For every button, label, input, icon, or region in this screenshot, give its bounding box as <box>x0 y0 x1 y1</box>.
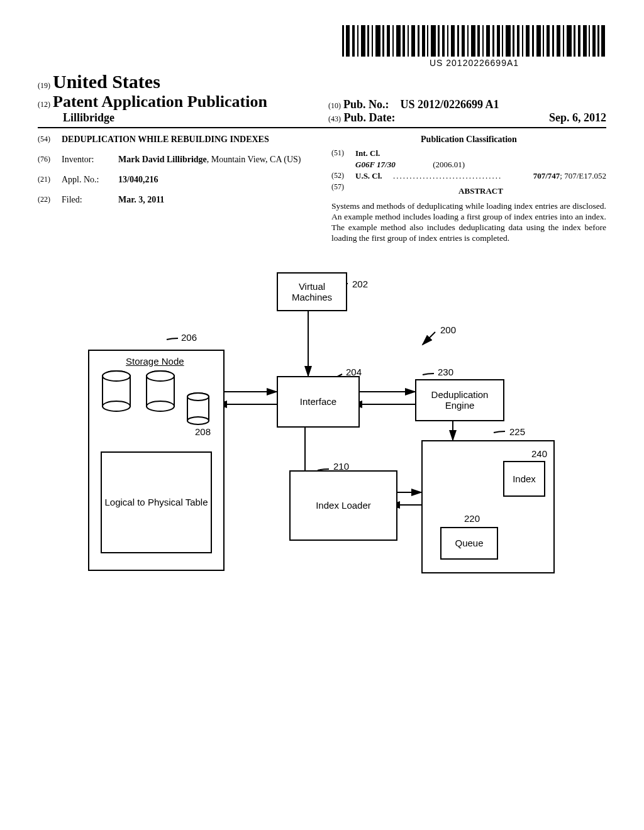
label-index: Index <box>513 473 536 484</box>
svg-rect-36 <box>522 25 523 57</box>
svg-rect-8 <box>382 25 384 57</box>
svg-rect-50 <box>592 25 596 57</box>
box-logical-physical: Logical to Physical Table <box>101 451 212 553</box>
ref-240: 240 <box>531 448 547 459</box>
inventor-name: Mark David Lillibridge <box>118 155 207 164</box>
uscl-dots: ................................. <box>393 171 506 181</box>
code-10: (10) <box>328 101 341 110</box>
box-queue: Queue <box>440 527 498 560</box>
svg-rect-33 <box>506 25 511 57</box>
svg-rect-47 <box>578 25 580 57</box>
label-queue: Queue <box>455 538 483 548</box>
abstract-heading: ABSTRACT <box>355 186 606 196</box>
svg-rect-13 <box>408 25 409 57</box>
title-section: (54) DEDUPLICATION WHILE REBUILDING INDE… <box>38 135 313 145</box>
svg-rect-12 <box>402 25 405 57</box>
ref-200: 200 <box>440 324 456 335</box>
svg-rect-22 <box>451 25 455 57</box>
pub-no: US 2012/0226699 A1 <box>401 98 499 111</box>
svg-rect-44 <box>563 25 564 57</box>
ref-220: 220 <box>464 513 480 524</box>
svg-point-66 <box>103 401 130 411</box>
ref-225: 225 <box>509 426 525 437</box>
cylinder-1-icon <box>101 370 132 416</box>
appl-section: (21) Appl. No.: 13/040,216 <box>38 175 313 185</box>
code-22: (22) <box>38 195 62 205</box>
svg-rect-35 <box>517 25 519 57</box>
svg-rect-18 <box>431 25 436 57</box>
abstract-code-row: (57) ABSTRACT <box>331 182 606 200</box>
intcl-value-row: G06F 17/30 (2006.01) <box>331 160 606 170</box>
svg-rect-19 <box>438 25 440 57</box>
appl-label: Appl. No.: <box>62 175 118 185</box>
svg-rect-6 <box>372 25 373 57</box>
svg-rect-2 <box>352 25 355 57</box>
pub-date: Sep. 6, 2012 <box>549 111 606 124</box>
svg-rect-26 <box>471 25 475 57</box>
intcl-row: (51) Int. Cl. <box>331 148 606 158</box>
barcode: US 20120226699A1 <box>342 25 606 68</box>
svg-point-70 <box>147 401 174 411</box>
svg-rect-0 <box>342 25 344 57</box>
svg-rect-4 <box>361 25 365 57</box>
svg-rect-28 <box>482 25 484 57</box>
svg-rect-34 <box>513 25 514 57</box>
label-dedup-engine: Deduplication Engine <box>419 389 501 411</box>
svg-rect-27 <box>477 25 480 57</box>
svg-rect-39 <box>536 25 541 57</box>
svg-rect-1 <box>346 25 350 57</box>
svg-rect-15 <box>418 25 419 57</box>
invention-title: DEDUPLICATION WHILE REBUILDING INDEXES <box>62 135 313 145</box>
code-52: (52) <box>331 171 355 181</box>
svg-rect-14 <box>411 25 415 57</box>
filed-label: Filed: <box>62 195 118 205</box>
figure-area: Virtual Machines 202 200 Interface 204 S… <box>38 269 606 621</box>
svg-rect-49 <box>589 25 590 57</box>
svg-rect-32 <box>502 25 503 57</box>
pub-no-label: Pub. No.: <box>343 98 389 111</box>
code-51: (51) <box>331 148 355 158</box>
svg-rect-51 <box>597 25 599 57</box>
box-dedup-engine: Deduplication Engine <box>415 379 504 421</box>
code-57: (57) <box>331 182 355 200</box>
svg-rect-3 <box>357 25 358 57</box>
appl-no: 13/040,216 <box>118 175 313 185</box>
label-index-loader: Index Loader <box>316 500 371 511</box>
barcode-number: US 20120226699A1 <box>342 58 606 68</box>
left-column: (54) DEDUPLICATION WHILE REBUILDING INDE… <box>38 135 313 244</box>
svg-rect-5 <box>367 25 369 57</box>
patent-page: US 20120226699A1 (19) United States (12)… <box>0 0 644 646</box>
uscl-rest: ; 707/E17.052 <box>560 171 606 180</box>
inventor-label: Inventor: <box>62 155 118 165</box>
classification-heading: Publication Classification <box>331 135 606 145</box>
header-right: (10) Pub. No.: US 2012/0226699 A1 (43) P… <box>316 98 606 124</box>
svg-point-71 <box>147 371 174 381</box>
code-21: (21) <box>38 175 62 185</box>
svg-rect-41 <box>547 25 550 57</box>
box-virtual-machines: Virtual Machines <box>277 272 347 311</box>
cylinder-2-icon <box>145 370 176 416</box>
svg-rect-20 <box>442 25 445 57</box>
label-logical-physical: Logical to Physical Table <box>105 497 208 507</box>
ref-208: 208 <box>195 426 211 437</box>
svg-rect-21 <box>447 25 448 57</box>
pub-date-label: Pub. Date: <box>344 111 396 124</box>
svg-rect-45 <box>567 25 572 57</box>
publication-type: Patent Application Publication <box>53 92 267 111</box>
bibliographic-columns: (54) DEDUPLICATION WHILE REBUILDING INDE… <box>38 135 606 244</box>
svg-rect-24 <box>462 25 465 57</box>
ref-210: 210 <box>333 461 349 472</box>
svg-rect-16 <box>422 25 425 57</box>
svg-point-75 <box>187 393 209 401</box>
intcl-label: Int. Cl. <box>355 148 393 158</box>
svg-rect-37 <box>526 25 530 57</box>
svg-line-63 <box>423 332 435 345</box>
svg-rect-40 <box>543 25 544 57</box>
code-54: (54) <box>38 135 62 145</box>
svg-rect-46 <box>574 25 575 57</box>
svg-rect-29 <box>486 25 490 57</box>
box-interface: Interface <box>277 376 360 428</box>
code-12: (12) <box>38 100 50 109</box>
svg-rect-52 <box>601 25 605 57</box>
ref-202: 202 <box>352 279 368 289</box>
